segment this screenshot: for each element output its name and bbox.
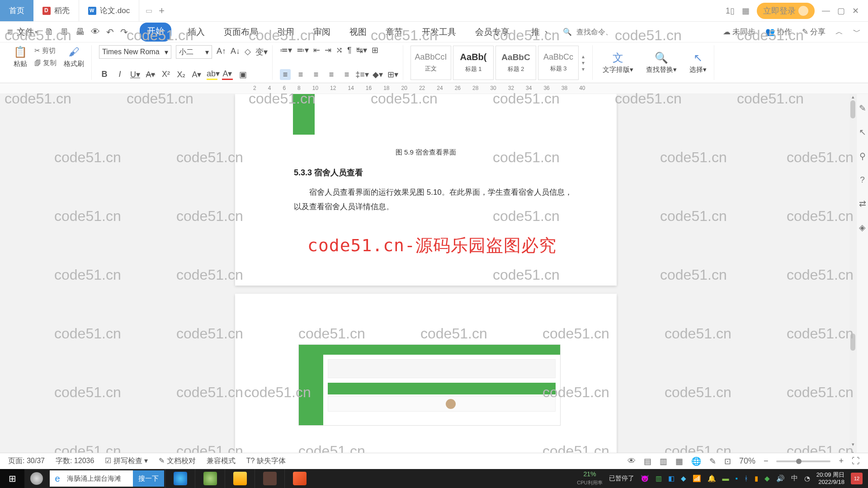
web-layout-icon[interactable]: 🌐 bbox=[691, 456, 701, 466]
read-layout-icon[interactable]: ▤ bbox=[644, 456, 651, 466]
zoom-out-icon[interactable]: − bbox=[764, 456, 769, 466]
help-icon[interactable]: ? bbox=[860, 175, 865, 185]
translate-icon[interactable]: ⇄ bbox=[859, 198, 866, 209]
shrink-font-icon[interactable]: A↓ bbox=[231, 47, 240, 57]
scroll-down-icon[interactable]: ▾ bbox=[849, 441, 856, 448]
page-current[interactable]: 图 5.9 宿舍查看界面 5.3.3 宿舍人员查看 宿舍人员查看界面的运行效果见… bbox=[235, 94, 617, 286]
underline-button[interactable]: U▾ bbox=[130, 70, 141, 80]
taskbar-search[interactable]: e 海肠涌上烟台海滩 搜一下 bbox=[50, 470, 164, 487]
zoom-slider[interactable] bbox=[776, 460, 830, 462]
app-wps[interactable] bbox=[284, 469, 314, 488]
tab-devtools[interactable]: 开发工具 bbox=[419, 23, 459, 42]
volume-icon[interactable]: 🔊 bbox=[776, 474, 785, 483]
tray-icon-1[interactable]: 😈 bbox=[641, 474, 649, 483]
font-name-select[interactable]: Times New Roma▾ bbox=[99, 45, 171, 59]
font-size-select[interactable]: 小二▾ bbox=[176, 45, 212, 59]
subscript-button[interactable]: X₂ bbox=[176, 70, 187, 80]
bold-button[interactable]: B bbox=[99, 70, 110, 79]
strike-button[interactable]: A▾ bbox=[145, 70, 156, 80]
login-button[interactable]: 立即登录 bbox=[757, 3, 815, 19]
bluetooth-icon[interactable]: ᚼ bbox=[744, 474, 748, 482]
hamburger-icon[interactable]: ≡ bbox=[7, 26, 13, 38]
minimize-icon[interactable]: — bbox=[822, 6, 830, 15]
apps-grid-icon[interactable]: ▦ bbox=[742, 6, 750, 16]
tab-chapter[interactable]: 章节 bbox=[383, 23, 406, 42]
zoom-fit-icon[interactable]: ⊡ bbox=[724, 456, 731, 466]
focus-mode-icon[interactable]: 👁 bbox=[627, 456, 636, 466]
style-h1[interactable]: AaBb(标题 1 bbox=[453, 46, 494, 80]
redo-icon[interactable]: ↷ bbox=[120, 27, 128, 38]
action-center[interactable]: 12 bbox=[851, 473, 863, 484]
highlight-button[interactable]: ab▾ bbox=[207, 69, 217, 80]
line-spacing-button[interactable]: ‡≡▾ bbox=[357, 69, 368, 80]
italic-button[interactable]: I bbox=[114, 70, 125, 79]
layout-1-icon[interactable]: 1▯ bbox=[726, 6, 735, 16]
tray-icon-2[interactable]: ▥ bbox=[656, 474, 662, 483]
assistant-orb[interactable] bbox=[24, 469, 49, 488]
increase-indent-button[interactable]: ⇥ bbox=[325, 45, 331, 55]
print-layout-icon[interactable]: ▥ bbox=[660, 456, 667, 466]
font-color-button[interactable]: A▾ bbox=[222, 69, 233, 80]
diamond-icon[interactable]: ◈ bbox=[859, 222, 866, 233]
zoom-value[interactable]: 70% bbox=[739, 456, 755, 466]
command-search[interactable]: 🔍 bbox=[563, 28, 613, 36]
missing-font[interactable]: T? 缺失字体 bbox=[246, 456, 286, 466]
sort-button[interactable]: ⤭ bbox=[336, 45, 343, 55]
zoom-in-icon[interactable]: + bbox=[839, 456, 844, 466]
style-body[interactable]: AaBbCcI正文 bbox=[410, 46, 451, 80]
align-center-button[interactable]: ≡ bbox=[295, 69, 306, 80]
tab-document[interactable]: 论文.doc bbox=[79, 0, 139, 21]
tab-vip[interactable]: 会员专享 bbox=[472, 23, 512, 42]
tab-start[interactable]: 开始 bbox=[140, 23, 171, 42]
search-input[interactable] bbox=[576, 28, 613, 36]
start-button[interactable]: ⊞ bbox=[0, 469, 24, 488]
tab-reference[interactable]: 引用 bbox=[274, 23, 297, 42]
slider-tool-icon[interactable]: ⚲ bbox=[859, 151, 866, 161]
fullscreen-icon[interactable]: ⛶ bbox=[852, 456, 860, 466]
tray-icon-4[interactable]: ◆ bbox=[681, 474, 686, 483]
find-replace-button[interactable]: 🔍查找替换▾ bbox=[643, 51, 679, 74]
page-next[interactable] bbox=[235, 294, 617, 470]
format-brush-button[interactable]: 🖌格式刷 bbox=[61, 45, 87, 68]
pilcrow-button[interactable]: ¶ bbox=[347, 46, 352, 55]
align-dist-button[interactable]: ≡ bbox=[341, 69, 352, 80]
tray-icon-circle[interactable]: ◔ bbox=[804, 474, 810, 483]
clock[interactable]: 20:09 周日2022/9/18 bbox=[816, 471, 844, 485]
vertical-scrollbar[interactable]: ▴ ▾ ▴ ▾ bbox=[849, 94, 856, 470]
pencil-tool-icon[interactable]: ✎ bbox=[859, 103, 866, 113]
align-left-button[interactable]: ≡ bbox=[280, 69, 291, 80]
clear-format-icon[interactable]: ◇ bbox=[245, 47, 251, 57]
outline-icon[interactable]: ▦ bbox=[675, 456, 683, 466]
decrease-indent-button[interactable]: ⇤ bbox=[313, 45, 320, 55]
coop-button[interactable]: 👥 协作 bbox=[765, 27, 792, 37]
paste-button[interactable]: 📋粘贴 bbox=[11, 45, 30, 68]
select-button[interactable]: ↖选择▾ bbox=[687, 51, 709, 74]
align-justify-button[interactable]: ≡ bbox=[326, 69, 337, 80]
align-right-button[interactable]: ≡ bbox=[311, 69, 321, 80]
ime-indicator[interactable]: 中 bbox=[791, 474, 798, 483]
tray-icon-phone[interactable]: ▮ bbox=[755, 474, 758, 483]
tab-menu-icon[interactable]: ▭ bbox=[146, 6, 152, 15]
save-icon[interactable]: 🗎 bbox=[45, 27, 54, 38]
undo-icon[interactable]: ↶ bbox=[106, 27, 114, 38]
copy-button[interactable]: 🗐 复制 bbox=[34, 59, 57, 67]
tray-icon-blue[interactable]: ▪ bbox=[736, 474, 738, 482]
new-tab-icon[interactable]: + bbox=[159, 5, 165, 17]
text-effect-button[interactable]: A▾ bbox=[191, 70, 202, 80]
tab-more[interactable]: 推 › bbox=[526, 23, 551, 42]
close-icon[interactable]: ✕ bbox=[852, 6, 859, 16]
numbering-button[interactable]: ≕▾ bbox=[297, 45, 309, 55]
scroll-up-icon[interactable]: ▴ bbox=[849, 94, 856, 101]
tray-icon-green[interactable]: ▬ bbox=[722, 474, 729, 482]
word-count[interactable]: 字数: 12036 bbox=[56, 456, 94, 466]
tab-home[interactable]: 首页 bbox=[0, 0, 33, 21]
char-border-button[interactable]: ▣ bbox=[237, 70, 248, 80]
tab-review[interactable]: 审阅 bbox=[311, 23, 333, 42]
app-unknown[interactable] bbox=[255, 469, 284, 488]
scroll-thumb-2[interactable] bbox=[850, 333, 855, 351]
wifi-icon[interactable]: 📶 bbox=[693, 474, 701, 483]
tab-layout[interactable]: 页面布局 bbox=[221, 23, 261, 42]
cut-button[interactable]: ✂ 剪切 bbox=[34, 47, 57, 55]
tab-docker[interactable]: 稻壳 bbox=[33, 0, 79, 21]
print-icon[interactable]: 🖶 bbox=[75, 27, 85, 38]
